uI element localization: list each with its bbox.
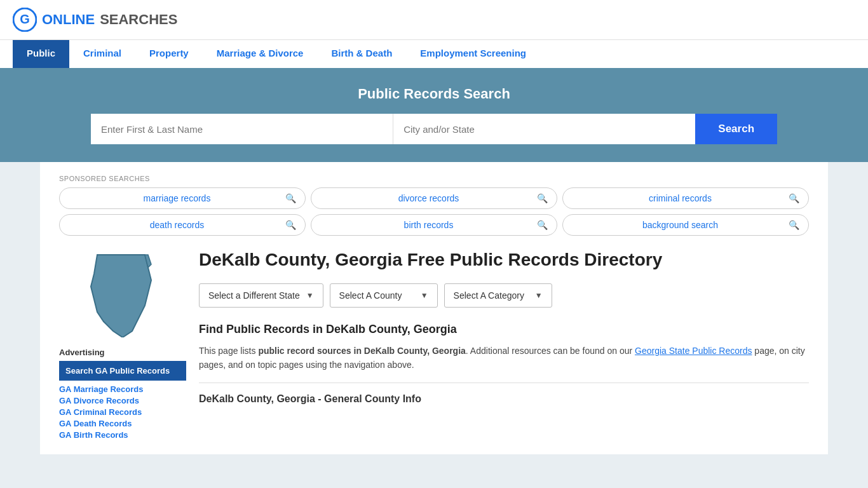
search-icon-3: 🔍 (789, 193, 799, 203)
sidebar-link-criminal[interactable]: GA Criminal Records (59, 407, 186, 417)
state-dropdown[interactable]: Select a Different State ▼ (199, 283, 323, 308)
sidebar-link-birth[interactable]: GA Birth Records (59, 430, 186, 440)
sidebar-link-marriage[interactable]: GA Marriage Records (59, 384, 186, 394)
sponsored-item-death[interactable]: death records 🔍 (59, 214, 306, 236)
page-title: DeKalb County, Georgia Free Public Recor… (199, 248, 809, 271)
sponsored-item-criminal[interactable]: criminal records 🔍 (562, 187, 809, 209)
state-dropdown-label: Select a Different State (208, 290, 300, 301)
nav-public[interactable]: Public (13, 40, 69, 68)
nav-property[interactable]: Property (135, 40, 203, 68)
sponsored-link-marriage[interactable]: marriage records (69, 193, 285, 203)
county-chevron-icon: ▼ (421, 291, 428, 300)
find-records-desc-mid: . Additional resources can be found on o… (466, 346, 635, 356)
sidebar-links: GA Marriage Records GA Divorce Records G… (59, 384, 186, 440)
sidebar-link-death[interactable]: GA Death Records (59, 419, 186, 428)
sponsored-link-death[interactable]: death records (69, 220, 285, 230)
search-icon-2: 🔍 (537, 193, 548, 203)
search-icon-1: 🔍 (285, 193, 296, 203)
sponsored-link-criminal[interactable]: criminal records (572, 193, 789, 203)
sidebar-ad-active[interactable]: Search GA Public Records (59, 361, 186, 381)
sponsored-link-divorce[interactable]: divorce records (320, 193, 537, 203)
category-chevron-icon: ▼ (535, 291, 543, 300)
location-input[interactable] (393, 114, 695, 144)
main-nav: Public Criminal Property Marriage & Divo… (0, 39, 868, 68)
logo-icon: G (13, 8, 37, 32)
sponsored-item-background[interactable]: background search 🔍 (562, 214, 809, 236)
search-form: Search (91, 114, 777, 144)
county-general-title: DeKalb County, Georgia - General County … (199, 393, 809, 405)
sponsored-grid: marriage records 🔍 divorce records 🔍 cri… (59, 187, 809, 236)
name-input[interactable] (91, 114, 393, 144)
county-dropdown[interactable]: Select A County ▼ (330, 283, 438, 308)
logo: G ONLINESEARCHES (13, 8, 177, 32)
find-records-title: Find Public Records in DeKalb County, Ge… (199, 323, 809, 336)
nav-criminal[interactable]: Criminal (69, 40, 135, 68)
find-records-bold: public record sources in DeKalb County, … (258, 346, 465, 356)
search-banner-title: Public Records Search (13, 86, 855, 102)
svg-text:G: G (20, 12, 30, 26)
sponsored-item-divorce[interactable]: divorce records 🔍 (311, 187, 557, 209)
logo-online: ONLINE (42, 11, 95, 28)
search-banner: Public Records Search Search (0, 68, 868, 162)
sponsored-label: SPONSORED SEARCHES (59, 175, 809, 182)
sponsored-link-background[interactable]: background search (572, 220, 789, 230)
nav-employment[interactable]: Employment Screening (406, 40, 540, 68)
logo-searches: SEARCHES (100, 11, 177, 28)
find-records-text: This page lists public record sources in… (199, 344, 809, 372)
nav-marriage-divorce[interactable]: Marriage & Divorce (203, 40, 318, 68)
sidebar: Advertising Search GA Public Records GA … (59, 248, 186, 442)
main-content: DeKalb County, Georgia Free Public Recor… (199, 248, 809, 442)
section-divider (199, 383, 809, 383)
sidebar-link-divorce[interactable]: GA Divorce Records (59, 396, 186, 405)
category-dropdown[interactable]: Select A Category ▼ (444, 283, 552, 308)
search-button[interactable]: Search (695, 114, 777, 144)
sponsored-item-birth[interactable]: birth records 🔍 (311, 214, 557, 236)
sponsored-item-marriage[interactable]: marriage records 🔍 (59, 187, 306, 209)
content-layout: Advertising Search GA Public Records GA … (59, 248, 809, 442)
dropdowns-row: Select a Different State ▼ Select A Coun… (199, 283, 809, 308)
georgia-map (85, 248, 161, 337)
search-icon-4: 🔍 (285, 220, 296, 230)
nav-birth-death[interactable]: Birth & Death (317, 40, 406, 68)
find-records-desc-start: This page lists (199, 346, 258, 356)
county-dropdown-label: Select A County (339, 290, 402, 301)
advertising-label: Advertising (59, 348, 186, 357)
svg-marker-2 (91, 255, 151, 337)
header: G ONLINESEARCHES (0, 0, 868, 39)
sponsored-link-birth[interactable]: birth records (320, 220, 537, 230)
search-icon-5: 🔍 (537, 220, 548, 230)
search-icon-6: 🔍 (789, 220, 799, 230)
main-container: SPONSORED SEARCHES marriage records 🔍 di… (40, 162, 828, 454)
georgia-state-link[interactable]: Georgia State Public Records (635, 346, 752, 356)
category-dropdown-label: Select A Category (454, 290, 524, 301)
state-chevron-icon: ▼ (306, 291, 314, 300)
